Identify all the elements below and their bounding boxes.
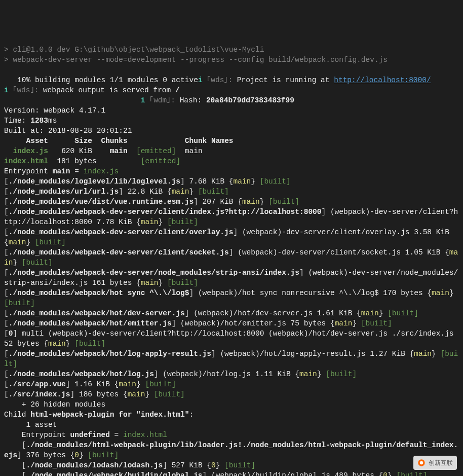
module-line: [./node_modules/webpack-dev-server/clien… xyxy=(4,228,454,246)
module-line: [./node_modules/webpack/hot/log-apply-re… xyxy=(4,350,458,368)
wds-served: webpack output is served from xyxy=(43,86,175,94)
module-line: [./node_modules/webpack-dev-server/node_… xyxy=(4,269,458,287)
child-entry-label: Entrypoint xyxy=(4,431,70,439)
asset-chunk: main xyxy=(110,147,128,155)
asset-name: index.js xyxy=(4,147,48,155)
version: webpack 4.17.1 xyxy=(44,106,105,115)
child-entry-name: undefined xyxy=(70,431,110,439)
watermark-text: 创新互联 xyxy=(429,458,453,468)
asset-chunk-name: main xyxy=(176,147,202,155)
module-line: [./node_modules/vue/dist/vue.runtime.esm… xyxy=(4,198,299,206)
module-line: [./node_modules/webpack-dev-server/clien… xyxy=(4,248,458,267)
asset-size: 620 KiB xyxy=(48,147,110,155)
child-name: html-webpack-plugin for "index.html" xyxy=(30,411,189,419)
child-module-line: [./node_modules/html-webpack-plugin/lib/… xyxy=(4,441,458,459)
wds-tag: ｢wds｣: xyxy=(9,86,43,94)
prompt-marker: > xyxy=(4,56,13,64)
th-asset: Asset Size Chunks Chunk Names xyxy=(4,137,234,145)
module-line: [./node_modules/webpack/hot/dev-server.j… xyxy=(4,309,418,317)
child-label: Child xyxy=(4,411,30,419)
cmd-line-2: webpack-dev-server --mode=development --… xyxy=(13,56,388,64)
asset-name: index.html xyxy=(4,157,48,165)
module-line: [0] multi (webpack)-dev-server/client?ht… xyxy=(4,329,458,348)
watermark: 创新互联 xyxy=(413,456,457,470)
child-entry-file: index.html xyxy=(123,431,167,439)
module-line: [./src/app.vue] 1.16 KiB {main} [built] xyxy=(4,380,176,388)
hidden-modules: + 26 hidden modules xyxy=(4,400,105,409)
svg-point-1 xyxy=(420,461,423,465)
time-label: Time: xyxy=(4,117,30,125)
time-unit: ms xyxy=(48,117,57,125)
module-line: [./node_modules/loglevel/lib/loglevel.js… xyxy=(4,177,291,186)
module-line: [./node_modules/webpack/hot sync ^\.\/lo… xyxy=(4,289,458,307)
wds-url[interactable]: http://localhost:8000/ xyxy=(334,76,431,84)
time: 1283 xyxy=(30,117,48,125)
module-line: [./node_modules/url/url.js] 22.8 KiB {ma… xyxy=(4,188,229,196)
wds-tag: ｢wds｣: xyxy=(203,76,237,84)
info-i: i xyxy=(4,86,9,94)
logo-icon xyxy=(417,459,426,467)
asset-emitted: [emitted] xyxy=(132,157,180,165)
asset-size: 181 bytes xyxy=(48,157,132,165)
entrypoint-file: index.js xyxy=(84,167,119,175)
built-at-label: Built at: xyxy=(4,127,48,135)
wds-slash: / xyxy=(175,86,180,94)
asset-emitted: [emitted] xyxy=(128,147,176,155)
cmd-line-1: cli@1.0.0 dev G:\github\object\webpack_t… xyxy=(13,46,264,54)
child-module-line: [./node_modules/lodash/lodash.js] 527 Ki… xyxy=(4,461,255,469)
built-at: 2018-08-28 20:01:21 xyxy=(48,127,132,135)
module-line: [./node_modules/webpack/hot/log.js] (web… xyxy=(4,370,357,378)
build-msg: building modules 1/1 modules 0 active xyxy=(35,76,198,84)
hash: 20a84b79dd7383483f99 xyxy=(206,96,294,104)
info-i: i xyxy=(198,76,203,84)
prompt-marker: > xyxy=(4,46,13,54)
wds-run: Project is running at xyxy=(237,76,334,84)
child-module-line: [./node_modules/webpack/buildin/global.j… xyxy=(4,471,427,476)
entrypoint-label: Entrypoint xyxy=(4,167,53,175)
module-line: [./node_modules/webpack/hot/emitter.js] … xyxy=(4,319,392,327)
terminal-output: > cli@1.0.0 dev G:\github\object\webpack… xyxy=(4,45,459,476)
build-percent: 10% xyxy=(4,76,35,84)
version-label: Version: xyxy=(4,106,44,115)
wdm-tag: ｢wdm｣: xyxy=(145,96,179,104)
module-line: [./src/index.js] 186 bytes {main} [built… xyxy=(4,390,185,398)
module-line: [./node_modules/webpack-dev-server/clien… xyxy=(4,208,458,226)
hash-label: Hash: xyxy=(180,96,206,104)
entrypoint-name: main xyxy=(53,167,70,175)
child-asset: 1 asset xyxy=(4,421,57,429)
